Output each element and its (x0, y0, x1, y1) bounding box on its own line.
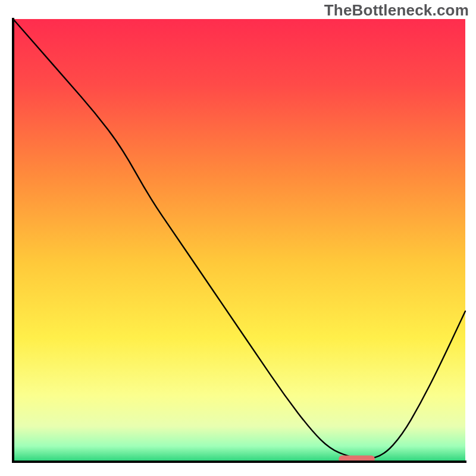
bottleneck-chart (0, 0, 476, 476)
chart-container: TheBottleneck.com (0, 0, 476, 476)
svg-rect-0 (13, 19, 465, 462)
